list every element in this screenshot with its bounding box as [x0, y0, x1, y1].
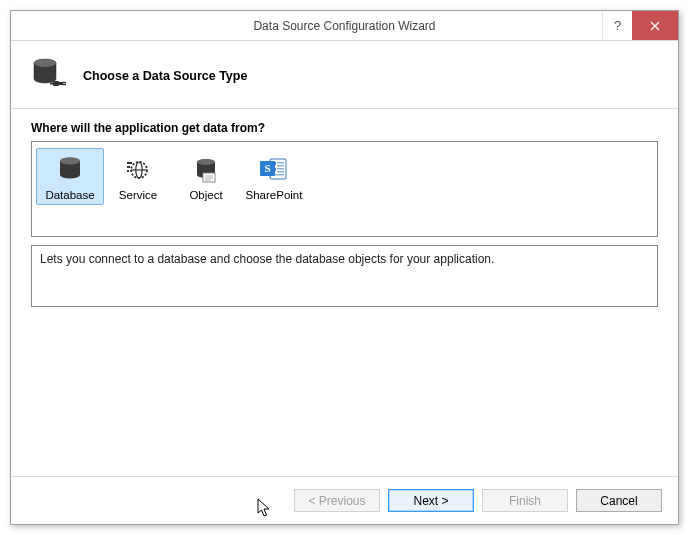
close-icon — [650, 21, 660, 31]
titlebar: Data Source Configuration Wizard ? — [11, 11, 678, 41]
help-button[interactable]: ? — [602, 11, 632, 40]
globe-icon — [123, 153, 153, 187]
window-title: Data Source Configuration Wizard — [11, 19, 678, 33]
svg-rect-28 — [277, 168, 284, 170]
option-service[interactable]: Service — [104, 148, 172, 205]
titlebar-buttons: ? — [602, 11, 678, 40]
option-label: Service — [119, 189, 157, 201]
svg-text:S: S — [264, 162, 270, 174]
wizard-content: Where will the application get data from… — [11, 109, 678, 476]
option-label: Database — [45, 189, 94, 201]
svg-point-10 — [60, 158, 80, 165]
database-icon — [55, 153, 85, 187]
option-database[interactable]: Database — [36, 148, 104, 205]
wizard-window: Data Source Configuration Wizard ? — [10, 10, 679, 525]
svg-rect-5 — [59, 82, 63, 85]
svg-rect-4 — [53, 81, 59, 86]
svg-rect-29 — [277, 171, 284, 173]
help-icon: ? — [614, 18, 621, 33]
previous-button: < Previous — [294, 489, 380, 512]
wizard-footer: < Previous Next > Finish Cancel — [11, 476, 678, 524]
svg-point-18 — [197, 159, 215, 165]
page-title: Choose a Data Source Type — [83, 69, 247, 83]
next-button[interactable]: Next > — [388, 489, 474, 512]
cancel-button[interactable]: Cancel — [576, 489, 662, 512]
cursor-icon — [257, 498, 275, 520]
description-text: Lets you connect to a database and choos… — [40, 252, 494, 266]
close-button[interactable] — [632, 11, 678, 40]
option-sharepoint[interactable]: S SharePoint — [240, 148, 308, 205]
database-plug-icon — [31, 57, 67, 94]
question-label: Where will the application get data from… — [31, 121, 658, 135]
sharepoint-icon: S — [258, 153, 290, 187]
option-label: SharePoint — [246, 189, 303, 201]
svg-point-3 — [34, 59, 56, 67]
option-object[interactable]: Object — [172, 148, 240, 205]
option-label: Object — [189, 189, 222, 201]
svg-rect-26 — [277, 165, 284, 167]
finish-button: Finish — [482, 489, 568, 512]
svg-rect-25 — [277, 162, 284, 164]
options-list: Database Service — [31, 141, 658, 237]
object-icon — [191, 153, 221, 187]
wizard-header: Choose a Data Source Type — [11, 41, 678, 109]
description-box: Lets you connect to a database and choos… — [31, 245, 658, 307]
